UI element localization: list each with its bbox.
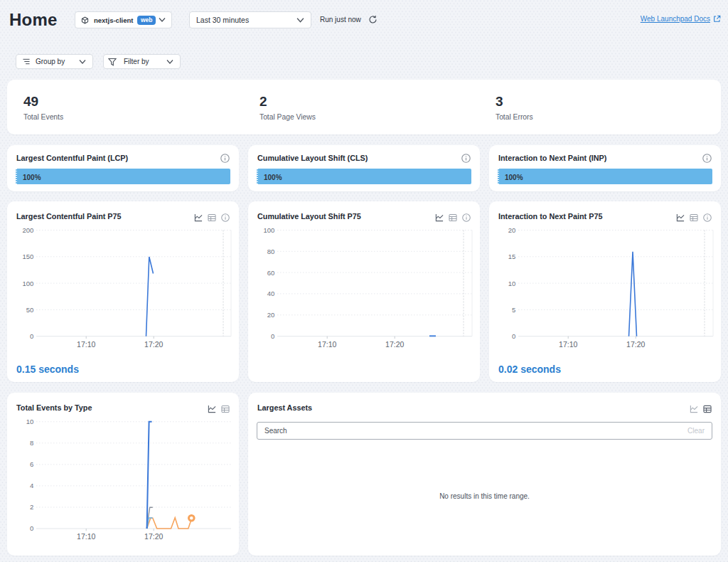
svg-text:15: 15 — [508, 253, 516, 260]
svg-text:2: 2 — [30, 503, 33, 511]
svg-text:17:10: 17:10 — [559, 340, 577, 349]
svg-text:0: 0 — [512, 332, 515, 340]
svg-text:10: 10 — [508, 280, 516, 287]
svg-text:17:10: 17:10 — [77, 340, 95, 349]
svg-text:0: 0 — [271, 332, 274, 340]
svg-text:5: 5 — [512, 306, 515, 314]
svg-text:17:20: 17:20 — [144, 340, 163, 349]
svg-text:20: 20 — [267, 311, 275, 319]
svg-text:10: 10 — [26, 418, 34, 425]
svg-text:17:20: 17:20 — [385, 340, 404, 349]
svg-text:17:10: 17:10 — [318, 340, 336, 349]
svg-text:60: 60 — [267, 269, 275, 277]
svg-text:17:10: 17:10 — [77, 532, 95, 541]
svg-text:200: 200 — [22, 226, 33, 234]
svg-text:50: 50 — [26, 306, 34, 314]
svg-text:100: 100 — [22, 280, 33, 287]
svg-text:20: 20 — [508, 226, 516, 234]
svg-text:4: 4 — [30, 482, 33, 489]
svg-text:0: 0 — [30, 524, 33, 532]
svg-text:17:20: 17:20 — [626, 340, 645, 349]
svg-text:100: 100 — [263, 226, 274, 234]
svg-text:150: 150 — [22, 253, 33, 260]
svg-text:17:20: 17:20 — [144, 532, 163, 541]
svg-text:6: 6 — [30, 460, 33, 468]
svg-text:80: 80 — [267, 248, 275, 255]
svg-text:40: 40 — [267, 290, 275, 297]
svg-text:8: 8 — [30, 439, 33, 447]
svg-text:0: 0 — [30, 332, 33, 340]
